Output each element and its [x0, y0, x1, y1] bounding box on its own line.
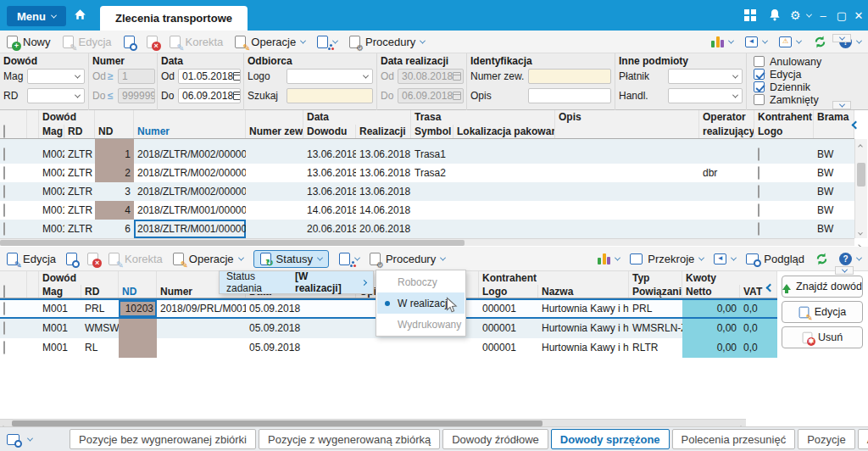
kontrahent-logo-checkbox[interactable] — [758, 148, 760, 161]
delete-document-button[interactable]: × — [87, 253, 98, 265]
delete-button[interactable]: ✱ Usuń — [782, 326, 863, 348]
operations-dropdown[interactable]: ✎Operacje — [235, 36, 305, 48]
submenu-item-wydrukowany[interactable]: Wydrukowany — [377, 314, 465, 335]
header-mag[interactable]: Mag — [39, 285, 81, 298]
preview-document-button[interactable] — [66, 253, 77, 265]
tab-polecenia-przesuniec[interactable]: Polecenia przesunięć — [672, 429, 796, 449]
collapse-panel-left-icon[interactable] — [767, 281, 773, 293]
edit-button[interactable]: ✎ Edycja — [782, 301, 863, 323]
data-do-input[interactable]: 06.09.2018 — [178, 88, 241, 103]
calendar-icon[interactable] — [233, 72, 241, 81]
selected-cell[interactable]: 2018/ZLTR/M001/000006 — [134, 220, 246, 238]
tab-dowody-sprzezone-active[interactable]: Dowody sprzężone — [551, 429, 670, 449]
header-operator[interactable]: Operator — [699, 110, 754, 125]
bell-icon[interactable] — [768, 8, 782, 22]
procedures-dropdown[interactable]: ⚙Procedury — [370, 253, 445, 265]
header-powiazania[interactable]: Powiązania — [629, 285, 682, 298]
header-brama[interactable]: Brama — [814, 110, 854, 125]
header-lokalizacja[interactable]: Lokalizacja pakowania — [453, 125, 555, 138]
row-checkbox[interactable] — [3, 302, 5, 315]
procedures-dropdown[interactable]: ⚙Procedury — [349, 36, 425, 48]
refresh-button[interactable] — [813, 35, 827, 49]
scroll-thumb[interactable] — [12, 420, 542, 426]
opis-input[interactable] — [528, 88, 611, 103]
delete-document-button[interactable]: × — [147, 36, 158, 48]
dziennik-checkbox[interactable] — [754, 81, 765, 92]
header-mag[interactable]: Mag — [39, 125, 64, 138]
preview-button[interactable]: Podgląd — [746, 253, 804, 265]
scroll-thumb[interactable] — [857, 163, 865, 187]
header-rd[interactable]: RD — [81, 285, 119, 298]
header-realizacji[interactable]: Realizacji — [356, 125, 411, 138]
header-opis[interactable]: Opis — [555, 110, 699, 125]
tab-pozycje-z-zbiorka[interactable]: Pozycje z wygenerowaną zbiórką — [259, 429, 440, 449]
tab-search-dropdown[interactable] — [7, 434, 32, 445]
header-netto[interactable]: Netto — [682, 285, 740, 298]
edit-button[interactable]: ✎Edycja — [7, 253, 56, 265]
scroll-thumb[interactable] — [0, 240, 465, 246]
tab-pozycje-bez-zbiorki[interactable]: Pozycje bez wygnerowanej zbiórki — [70, 429, 256, 449]
minimize-button[interactable]: – — [815, 9, 831, 22]
edycja-checkbox[interactable] — [754, 69, 765, 80]
header-nd-sorted[interactable]: ND — [119, 285, 157, 298]
header-kontrahent[interactable]: Kontrahent — [754, 110, 814, 125]
tab-pozycje[interactable]: Pozycje — [798, 429, 855, 449]
mag-select[interactable] — [27, 69, 85, 84]
row-checkbox[interactable] — [3, 321, 5, 335]
header-numer-sorted[interactable]: Numer — [134, 125, 246, 138]
chart-dropdown[interactable] — [598, 253, 620, 264]
kontrahent-logo-checkbox[interactable] — [758, 185, 760, 198]
header-numer-zew[interactable]: Numer zew. — [246, 125, 303, 138]
window-settings-dropdown[interactable]: ⚠ — [779, 36, 801, 47]
apps-grid-icon[interactable] — [744, 9, 756, 21]
header-symbol[interactable]: Symbol — [411, 125, 453, 138]
preview-document-button[interactable] — [124, 36, 135, 48]
kontrahent-logo-checkbox[interactable] — [758, 222, 760, 236]
menu-button[interactable]: Menu — [7, 6, 66, 26]
table-row[interactable]: M002 ZLTR 3 2018/ZLTR/M002/000003 13.06.… — [0, 182, 854, 201]
platnik-select[interactable] — [668, 69, 743, 84]
rd-select[interactable] — [27, 88, 85, 103]
documents-dropdown[interactable] — [339, 253, 359, 265]
numer-zew-input[interactable] — [528, 69, 611, 84]
select-all-checkbox[interactable] — [3, 125, 5, 138]
status-zadania-menu-item[interactable]: Status zadania [W realizacji] — [220, 271, 373, 293]
kontrahent-logo-checkbox[interactable] — [758, 203, 760, 217]
collapse-filters-button[interactable] — [832, 101, 851, 109]
odbiorca-szukaj-input[interactable] — [287, 88, 373, 103]
operations-dropdown[interactable]: ✎Operacje — [173, 253, 243, 265]
settings-gear-icon[interactable]: ⚙ — [790, 8, 811, 22]
new-button[interactable]: +Nowy — [7, 36, 51, 48]
odbiorca-logo-select[interactable] — [287, 69, 373, 84]
refresh-button[interactable] — [815, 252, 829, 266]
row-checkbox[interactable] — [3, 203, 5, 217]
kontrahent-logo-checkbox[interactable] — [758, 166, 760, 180]
layout-dropdown[interactable]: ◄ — [745, 36, 767, 47]
zamkniety-checkbox[interactable] — [754, 94, 765, 105]
row-checkbox[interactable] — [3, 341, 5, 354]
collapse-lower-panel-button[interactable] — [835, 266, 854, 275]
header-nd[interactable]: ND — [95, 125, 134, 138]
maximize-button[interactable]: ▢ — [834, 9, 849, 22]
collapse-panel-left-icon[interactable] — [853, 119, 859, 131]
header-nazwa[interactable]: Nazwa — [538, 285, 629, 298]
calendar-icon[interactable] — [233, 92, 241, 100]
tab-zlecenia-transportowe[interactable]: Zlecenia transportowe — [100, 6, 248, 31]
row-checkbox[interactable] — [3, 185, 5, 198]
selected-cell[interactable]: 10203 — [119, 300, 157, 317]
data-od-input[interactable]: 01.05.2018 — [178, 69, 241, 84]
table-row[interactable]: M001 ZLTR 6 2018/ZLTR/M001/000006 20.06.… — [0, 220, 854, 238]
upper-vertical-scrollbar[interactable] — [854, 139, 867, 238]
header-logo[interactable]: Logo — [479, 285, 538, 298]
cross-sections-dropdown[interactable]: Przekroje — [630, 253, 704, 265]
table-row[interactable]: M001 RL 05.09.2018 000001 Hurtownia Kawy… — [0, 338, 777, 358]
row-checkbox[interactable] — [3, 148, 5, 161]
row-checkbox[interactable] — [3, 222, 5, 236]
row-checkbox[interactable] — [3, 166, 5, 180]
close-button[interactable]: ✕ — [851, 9, 866, 22]
table-row[interactable]: M001 ZLTR 4 2018/ZLTR/M001/000004 14.06.… — [0, 201, 854, 220]
select-all-checkbox[interactable] — [3, 285, 5, 298]
header-typ[interactable]: Typ — [629, 271, 682, 285]
anulowany-checkbox[interactable] — [754, 56, 765, 67]
help-dropdown[interactable]: ? — [839, 253, 861, 265]
